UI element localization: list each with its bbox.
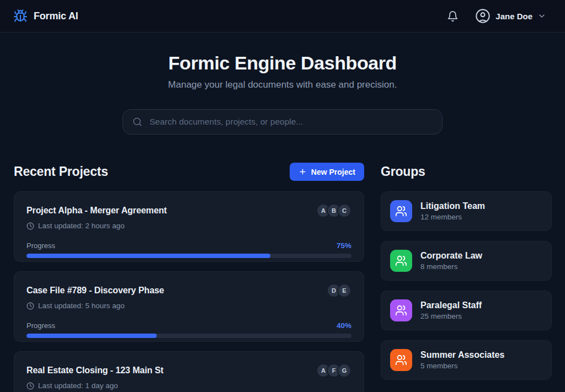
avatar: C	[337, 203, 351, 218]
group-icon-tile	[390, 349, 412, 371]
project-title: Project Alpha - Merger Agreement	[26, 206, 167, 216]
last-updated-text: Last updated: 5 hours ago	[38, 302, 125, 310]
progress-bar-fill	[26, 334, 157, 338]
group-icon-tile	[390, 250, 412, 272]
avatar: G	[337, 363, 351, 378]
brand-name: Formic AI	[34, 10, 78, 22]
group-name: Corporate Law	[420, 251, 482, 261]
main-content: Formic Engine Dashboard Manage your lega…	[0, 52, 565, 392]
group-name: Summer Associates	[420, 350, 504, 360]
user-menu[interactable]: Jane Doe	[475, 8, 546, 24]
project-card[interactable]: Project Alpha - Merger Agreement A B C L…	[14, 191, 364, 262]
clock-icon	[26, 222, 34, 230]
users-icon	[395, 354, 407, 366]
avatar-stack: A B C	[316, 203, 351, 218]
project-card[interactable]: Case File #789 - Discovery Phase D E Las…	[14, 271, 364, 342]
last-updated: Last updated: 5 hours ago	[26, 302, 351, 310]
group-members: 8 members	[420, 262, 482, 271]
last-updated: Last updated: 2 hours ago	[26, 222, 351, 230]
group-card[interactable]: Litigation Team 12 members	[381, 191, 552, 231]
last-updated-text: Last updated: 2 hours ago	[38, 222, 125, 230]
search-input[interactable]	[150, 117, 433, 127]
group-card[interactable]: Summer Associates 5 members	[381, 340, 552, 380]
user-name: Jane Doe	[495, 12, 532, 21]
group-members: 5 members	[420, 362, 504, 370]
navbar-right: Jane Doe	[447, 8, 546, 24]
project-title: Case File #789 - Discovery Phase	[26, 286, 164, 296]
progress-bar	[26, 334, 351, 338]
group-members: 12 members	[420, 213, 485, 221]
brand[interactable]: Formic AI	[13, 9, 78, 23]
group-members: 25 members	[420, 312, 482, 320]
group-icon-tile	[390, 200, 412, 222]
progress-percent: 40%	[337, 321, 351, 330]
plus-icon	[299, 168, 307, 176]
clock-icon	[26, 302, 34, 310]
progress-bar	[26, 254, 351, 258]
notifications-button[interactable]	[447, 10, 459, 22]
group-name: Paralegal Staff	[420, 300, 482, 310]
avatar-stack: A F G	[316, 363, 351, 378]
users-icon	[395, 255, 407, 267]
groups-header: Groups	[381, 163, 552, 181]
bell-icon	[447, 10, 459, 22]
group-name: Litigation Team	[420, 201, 485, 211]
group-card[interactable]: Paralegal Staff 25 members	[381, 291, 552, 330]
progress-percent: 75%	[337, 241, 351, 250]
group-icon-tile	[390, 299, 412, 321]
user-circle-icon	[475, 8, 491, 24]
last-updated: Last updated: 1 day ago	[26, 382, 351, 390]
groups-section: Groups Litigation Team 12 members	[381, 163, 552, 392]
content-columns: Recent Projects New Project Project Alph…	[14, 163, 552, 392]
progress-label: Progress	[26, 321, 55, 330]
new-project-label: New Project	[311, 168, 355, 176]
recent-projects-section: Recent Projects New Project Project Alph…	[14, 163, 364, 392]
projects-header: Recent Projects New Project	[14, 163, 364, 181]
groups-heading: Groups	[381, 164, 425, 179]
avatar: E	[337, 283, 351, 298]
project-title: Real Estate Closing - 123 Main St	[26, 366, 163, 375]
progress-label: Progress	[26, 241, 55, 250]
new-project-button[interactable]: New Project	[290, 163, 364, 181]
chevron-down-icon	[537, 12, 546, 20]
progress-bar-fill	[26, 254, 270, 258]
recent-projects-heading: Recent Projects	[14, 164, 108, 179]
clock-icon	[26, 382, 34, 390]
users-icon	[395, 304, 407, 316]
bug-logo-icon	[13, 9, 28, 23]
page-subtitle: Manage your legal documents with ease an…	[0, 79, 565, 90]
last-updated-text: Last updated: 1 day ago	[38, 382, 118, 390]
project-card[interactable]: Real Estate Closing - 123 Main St A F G …	[14, 351, 364, 392]
search-bar[interactable]	[122, 109, 443, 135]
users-icon	[395, 205, 407, 217]
top-navbar: Formic AI Jane Doe	[0, 0, 565, 33]
avatar-stack: D E	[327, 283, 351, 298]
page-title: Formic Engine Dashboard	[0, 52, 565, 74]
search-icon	[132, 117, 142, 127]
group-card[interactable]: Corporate Law 8 members	[381, 241, 552, 281]
